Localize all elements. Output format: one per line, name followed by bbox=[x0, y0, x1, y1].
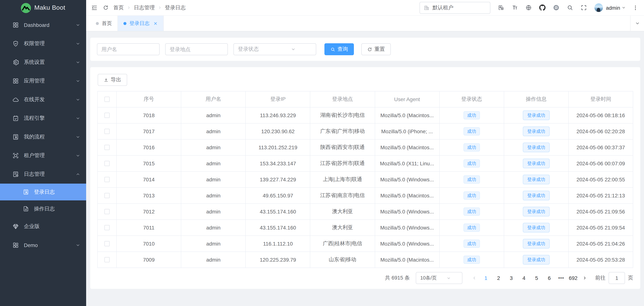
row-checkbox[interactable] bbox=[104, 145, 110, 150]
row-checkbox[interactable] bbox=[104, 209, 110, 214]
username-label[interactable]: admin bbox=[606, 5, 620, 11]
sidebar-item-dashboard[interactable]: Dashboard bbox=[0, 16, 86, 34]
page-button[interactable]: 6 bbox=[543, 272, 556, 284]
table-row: 7015admin153.34.233.147江苏省|苏州市|联通Mozilla… bbox=[98, 156, 633, 172]
sidebar-item-label: 登录日志 bbox=[34, 189, 80, 195]
row-checkbox[interactable] bbox=[104, 257, 110, 262]
font-size-icon[interactable] bbox=[512, 5, 518, 11]
search-icon[interactable] bbox=[567, 5, 573, 11]
chevron-down-icon bbox=[635, 21, 640, 26]
sidebar-item-tenant[interactable]: 租户管理 bbox=[0, 146, 86, 165]
more-options-icon[interactable] bbox=[632, 5, 638, 11]
row-user-agent: Mozilla/5.0 (Windows... bbox=[375, 204, 440, 219]
sidebar-item-login-log[interactable]: 登录日志 bbox=[0, 184, 86, 200]
app-logo: Maku Boot bbox=[0, 0, 86, 16]
sidebar-item-online-dev[interactable]: 在线开发 bbox=[0, 90, 86, 109]
tab-login-log[interactable]: 登录日志 bbox=[118, 16, 164, 31]
translate-icon[interactable] bbox=[498, 5, 504, 11]
row-login-ip: 139.227.74.229 bbox=[246, 172, 310, 187]
dashboard-icon bbox=[12, 22, 19, 28]
sidebar-item-log[interactable]: 日志管理 bbox=[0, 165, 86, 184]
table-row: 7018admin113.246.93.229湖南省|长沙市|电信Mozilla… bbox=[98, 108, 633, 124]
row-user-agent: Mozilla/5.0 (iPhone; ... bbox=[375, 124, 440, 139]
chevron-down-icon bbox=[76, 23, 80, 27]
log-icon bbox=[12, 171, 19, 178]
breadcrumb-home[interactable]: 首页 bbox=[113, 4, 124, 11]
table-row: 7013admin49.65.150.97江苏省|南京市|电信Mozilla/5… bbox=[98, 188, 633, 204]
operation-info-button[interactable]: 登录成功 bbox=[523, 127, 550, 136]
login-status-tag: 成功 bbox=[463, 191, 480, 200]
operation-info-button[interactable]: 登录成功 bbox=[523, 223, 550, 232]
page-button[interactable]: 2 bbox=[492, 272, 505, 284]
sidebar-item-enterprise[interactable]: 企业版 bbox=[0, 217, 86, 236]
operation-info-button[interactable]: 登录成功 bbox=[523, 159, 550, 168]
login-log-panel: 导出 序号用户名登录IP登录地点User Agent登录状态操作信息登录时间70… bbox=[90, 67, 640, 289]
user-avatar[interactable] bbox=[594, 3, 603, 12]
row-login-ip: 113.201.252.219 bbox=[246, 140, 310, 155]
sidebar-item-apps[interactable]: 应用管理 bbox=[0, 72, 86, 90]
tab-home[interactable]: 首页 bbox=[90, 16, 118, 31]
page-button[interactable]: 4 bbox=[518, 272, 530, 284]
page-size-select[interactable]: 10条/页 bbox=[416, 272, 462, 284]
github-icon[interactable] bbox=[539, 5, 546, 11]
sidebar-item-label: 企业版 bbox=[24, 223, 80, 230]
export-button[interactable]: 导出 bbox=[98, 74, 127, 86]
more-pages-button[interactable]: ••• bbox=[556, 272, 567, 284]
row-checkbox[interactable] bbox=[104, 225, 110, 230]
sidebar-item-workflow[interactable]: 流程引擎 bbox=[0, 109, 86, 128]
close-icon[interactable] bbox=[153, 21, 158, 26]
chevron-down-icon bbox=[76, 243, 80, 247]
page-button[interactable]: 1 bbox=[480, 272, 492, 284]
operation-info-button[interactable]: 登录成功 bbox=[523, 239, 550, 248]
prev-page-button[interactable] bbox=[469, 272, 480, 284]
row-id: 7017 bbox=[117, 124, 181, 139]
pagination: 共 6915 条 10条/页 123456•••692 前往 页 bbox=[90, 272, 633, 284]
column-header: 登录时间 bbox=[569, 91, 633, 107]
page-button[interactable]: 5 bbox=[530, 272, 543, 284]
filter-panel: 登录状态 查询 重置 bbox=[90, 38, 640, 61]
refresh-icon[interactable] bbox=[103, 5, 108, 11]
gitee-icon[interactable] bbox=[553, 5, 559, 11]
row-username: admin bbox=[181, 140, 246, 155]
sidebar-collapse-icon[interactable] bbox=[91, 4, 98, 11]
row-checkbox[interactable] bbox=[104, 193, 110, 198]
breadcrumb-log-management[interactable]: 日志管理 bbox=[134, 4, 155, 11]
select-all-checkbox[interactable] bbox=[104, 97, 110, 102]
goto-page-input[interactable] bbox=[608, 272, 625, 284]
reset-button-label: 重置 bbox=[374, 46, 385, 53]
tab-list-dropdown[interactable] bbox=[630, 16, 644, 31]
row-checkbox[interactable] bbox=[104, 241, 110, 246]
last-page-button[interactable]: 692 bbox=[567, 272, 580, 284]
search-button[interactable]: 查询 bbox=[324, 43, 354, 55]
row-checkbox[interactable] bbox=[104, 161, 110, 166]
row-checkbox[interactable] bbox=[104, 129, 110, 134]
operation-info-button[interactable]: 登录成功 bbox=[523, 207, 550, 216]
sidebar-item-permission[interactable]: 权限管理 bbox=[0, 34, 86, 53]
fullscreen-icon[interactable] bbox=[580, 5, 587, 11]
operation-info-button[interactable]: 登录成功 bbox=[523, 255, 550, 264]
sidebar-item-system[interactable]: 系统设置 bbox=[0, 53, 86, 72]
sidebar-item-op-log[interactable]: 操作日志 bbox=[0, 200, 86, 217]
operation-info-button[interactable]: 登录成功 bbox=[523, 143, 550, 152]
row-login-location: 澳大利亚 bbox=[310, 220, 375, 235]
username-input[interactable] bbox=[97, 43, 160, 55]
table-row: 7010admin116.1.112.10广西|桂林市|电信Mozilla/5.… bbox=[98, 236, 633, 252]
reset-button[interactable]: 重置 bbox=[361, 43, 391, 55]
sidebar-item-demo[interactable]: Demo bbox=[0, 236, 86, 254]
sidebar-item-label: 应用管理 bbox=[24, 78, 76, 84]
row-checkbox[interactable] bbox=[104, 113, 110, 118]
sidebar-item-my-flow[interactable]: 我的流程 bbox=[0, 128, 86, 146]
operation-info-button[interactable]: 登录成功 bbox=[523, 175, 550, 184]
row-id: 7018 bbox=[117, 108, 181, 123]
operation-info-button[interactable]: 登录成功 bbox=[523, 191, 550, 200]
globe-icon[interactable] bbox=[526, 5, 532, 11]
login-location-input[interactable] bbox=[165, 43, 228, 55]
operation-info-button[interactable]: 登录成功 bbox=[523, 110, 550, 120]
page-button[interactable]: 3 bbox=[505, 272, 518, 284]
row-login-time: 2024-05-05 22:00:55 bbox=[569, 172, 633, 187]
next-page-button[interactable] bbox=[580, 272, 590, 284]
tenant-select[interactable]: 默认租户 bbox=[420, 2, 490, 14]
chevron-down-icon[interactable] bbox=[622, 6, 626, 10]
row-checkbox[interactable] bbox=[104, 177, 110, 182]
login-status-select[interactable]: 登录状态 bbox=[234, 43, 316, 55]
